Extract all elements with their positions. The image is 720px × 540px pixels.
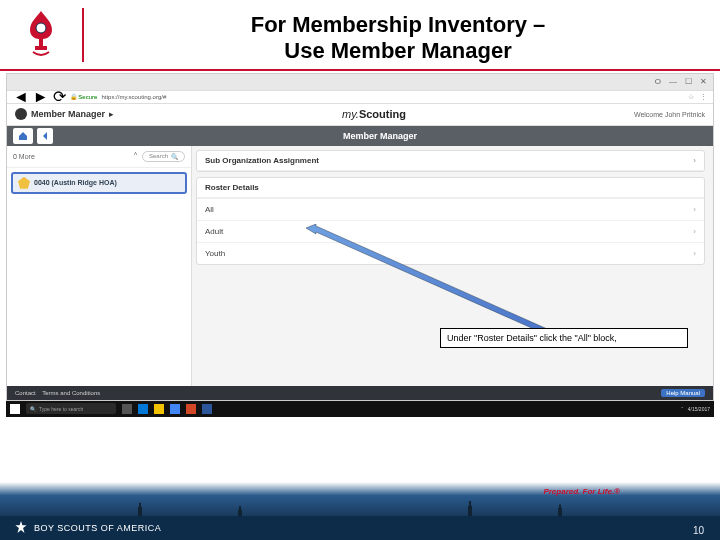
app-content: 0 More ˄ Search 🔍 0040 (Austin Ridge HOA… <box>7 146 713 386</box>
title-line-1: For Membership Inventory – <box>92 12 704 38</box>
slide-header: For Membership Inventory – Use Member Ma… <box>0 0 720 71</box>
powerpoint-icon[interactable] <box>186 404 196 414</box>
browser-titlebar: O — ☐ ✕ <box>7 74 713 90</box>
title-line-2: Use Member Manager <box>92 38 704 64</box>
task-view-icon[interactable] <box>122 404 132 414</box>
address-bar: ◄ ► ⟳ 🔒 Secure https://my.scouting.org/#… <box>7 90 713 104</box>
page-number: 10 <box>693 525 704 536</box>
header-divider <box>82 8 84 62</box>
slide-footer: BOY SCOUTS OF AMERICA <box>0 516 720 540</box>
window-max-icon[interactable]: ☐ <box>685 77 692 86</box>
module-label: Member Manager <box>31 109 105 119</box>
file-explorer-icon[interactable] <box>154 404 164 414</box>
chevron-right-icon: › <box>693 227 696 236</box>
roster-details-block: Roster Details All › Adult › Youth › <box>196 177 705 265</box>
roster-row-adult[interactable]: Adult › <box>197 220 704 242</box>
sub-org-block[interactable]: Sub Organization Assignment › <box>196 150 705 172</box>
home-icon <box>18 131 28 141</box>
welcome-text: Welcome John Pritnick <box>634 111 705 118</box>
url-text[interactable]: https://my.scouting.org/# <box>101 94 166 100</box>
nav-reload-icon[interactable]: ⟳ <box>53 87 66 106</box>
window-close-icon[interactable]: ✕ <box>700 77 707 86</box>
roster-all-label: All <box>205 205 214 214</box>
org-tree-panel: 0 More ˄ Search 🔍 0040 (Austin Ridge HOA… <box>7 146 192 386</box>
slide-title: For Membership Inventory – Use Member Ma… <box>92 8 704 65</box>
footer-contact[interactable]: Contact <box>15 390 36 396</box>
org-row-selected[interactable]: 0040 (Austin Ridge HOA) <box>11 172 187 194</box>
bsa-fleur-logo <box>16 8 66 58</box>
tray-up-icon[interactable]: ˄ <box>681 406 684 412</box>
org-search[interactable]: Search 🔍 <box>142 151 185 162</box>
footer-terms[interactable]: Terms and Conditions <box>42 390 100 396</box>
org-name: 0040 (Austin Ridge HOA) <box>34 179 117 186</box>
window-indicator: O <box>655 77 661 86</box>
callout-text: Under "Roster Details" click the "All" b… <box>447 333 617 343</box>
chevron-right-icon: › <box>693 205 696 214</box>
app-footer: Contact Terms and Conditions Help Manual <box>7 386 713 400</box>
search-icon: 🔍 <box>171 153 178 160</box>
pack-badge-icon <box>18 177 30 189</box>
windows-taskbar: 🔍 Type here to search ˄ 4/15/2017 <box>6 401 714 417</box>
roster-adult-label: Adult <box>205 227 223 236</box>
collapse-icon[interactable]: ˄ <box>133 151 138 162</box>
instruction-callout: Under "Roster Details" click the "All" b… <box>440 328 688 348</box>
tagline: Prepared. For Life.® <box>543 487 620 496</box>
module-avatar-icon <box>15 108 27 120</box>
menu-icon[interactable]: ⋮ <box>700 93 707 101</box>
roster-row-youth[interactable]: Youth › <box>197 242 704 264</box>
org-tree-header: 0 More ˄ Search 🔍 <box>7 146 191 168</box>
app-subheader: Member Manager <box>7 126 713 146</box>
window-min-icon[interactable]: — <box>669 77 677 86</box>
roster-details-header: Roster Details <box>197 178 704 198</box>
chevron-right-icon: › <box>693 249 696 258</box>
help-manual-button[interactable]: Help Manual <box>661 389 705 397</box>
details-panel: Sub Organization Assignment › Roster Det… <box>192 146 713 386</box>
footer-brand-text: BOY SCOUTS OF AMERICA <box>34 523 161 533</box>
roster-row-all[interactable]: All › <box>197 198 704 220</box>
nav-back-icon[interactable]: ◄ <box>13 88 29 106</box>
back-icon <box>41 132 49 140</box>
search-label: Search <box>149 153 168 159</box>
chrome-icon[interactable] <box>170 404 180 414</box>
footer-brand: BOY SCOUTS OF AMERICA <box>14 521 161 535</box>
subheader-title: Member Manager <box>53 131 707 141</box>
roster-youth-label: Youth <box>205 249 225 258</box>
start-button[interactable] <box>10 404 20 414</box>
back-button[interactable] <box>37 128 53 144</box>
edge-icon[interactable] <box>138 404 148 414</box>
svg-point-0 <box>36 23 46 33</box>
sub-org-label: Sub Organization Assignment <box>205 156 319 165</box>
star-icon[interactable]: ☆ <box>688 93 694 101</box>
fleur-icon <box>14 521 28 535</box>
secure-badge: 🔒 Secure <box>70 93 98 100</box>
nav-fwd-icon[interactable]: ► <box>33 88 49 106</box>
chevron-right-icon: › <box>693 156 696 165</box>
word-icon[interactable] <box>202 404 212 414</box>
app-brand: my.Scouting <box>114 108 634 120</box>
taskbar-date: 4/15/2017 <box>688 406 710 412</box>
browser-window: O — ☐ ✕ ◄ ► ⟳ 🔒 Secure https://my.scouti… <box>6 73 714 401</box>
home-button[interactable] <box>13 128 33 144</box>
more-count: 0 More <box>13 153 129 160</box>
search-icon: 🔍 <box>30 406 36 412</box>
app-module-pill[interactable]: Member Manager ▸ <box>15 108 114 120</box>
taskbar-search[interactable]: 🔍 Type here to search <box>26 403 116 414</box>
app-topbar: Member Manager ▸ my.Scouting Welcome Joh… <box>7 104 713 126</box>
roster-details-label: Roster Details <box>205 183 259 192</box>
